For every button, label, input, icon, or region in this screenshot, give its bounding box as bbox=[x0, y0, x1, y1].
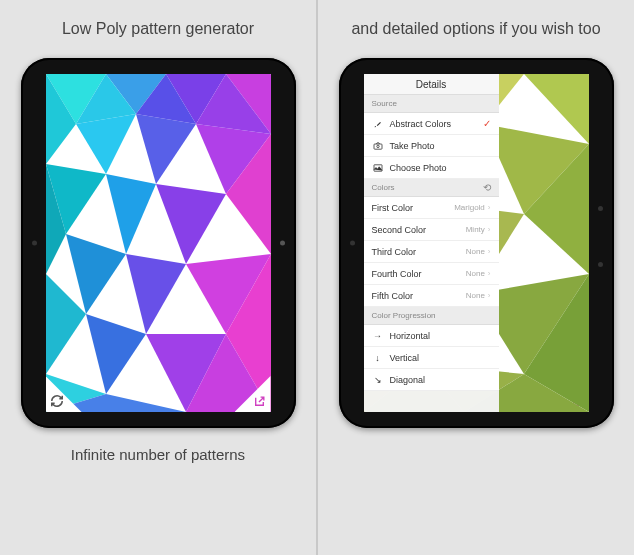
svg-rect-43 bbox=[374, 144, 382, 149]
chevron-right-icon: › bbox=[488, 225, 491, 234]
svg-marker-5 bbox=[76, 114, 136, 174]
details-panel: Details Source Abstract Colors ✓ Take Ph… bbox=[364, 74, 499, 412]
screen-left bbox=[46, 74, 271, 412]
left-panel: Low Poly pattern generator bbox=[0, 0, 318, 555]
progression-vertical[interactable]: ↓ Vertical bbox=[364, 347, 499, 369]
section-label: Source bbox=[372, 99, 397, 108]
svg-marker-17 bbox=[86, 314, 146, 394]
tablet-left bbox=[21, 58, 296, 428]
shuffle-icon[interactable]: ⟲ bbox=[483, 182, 491, 193]
chevron-right-icon: › bbox=[488, 269, 491, 278]
svg-marker-14 bbox=[126, 254, 186, 334]
right-title: and detailed options if you wish too bbox=[351, 20, 600, 38]
section-colors-header: Colors ⟲ bbox=[364, 179, 499, 197]
svg-point-44 bbox=[376, 145, 378, 147]
arrow-diagonal-icon: ↘ bbox=[372, 375, 384, 385]
low-poly-pattern bbox=[46, 74, 271, 412]
chevron-right-icon: › bbox=[488, 291, 491, 300]
photo-icon bbox=[372, 163, 384, 173]
source-choose-photo[interactable]: Choose Photo bbox=[364, 157, 499, 179]
arrow-down-icon: ↓ bbox=[372, 353, 384, 363]
color-fifth[interactable]: Fifth Color None › bbox=[364, 285, 499, 307]
left-footer: Infinite number of patterns bbox=[71, 446, 245, 463]
share-icon bbox=[253, 395, 266, 408]
arrow-right-icon: → bbox=[372, 331, 384, 341]
color-third[interactable]: Third Color None › bbox=[364, 241, 499, 263]
details-header: Details bbox=[364, 74, 499, 95]
progression-horizontal[interactable]: → Horizontal bbox=[364, 325, 499, 347]
chevron-right-icon: › bbox=[488, 203, 491, 212]
svg-marker-13 bbox=[66, 234, 126, 314]
svg-marker-9 bbox=[106, 174, 156, 254]
source-take-photo[interactable]: Take Photo bbox=[364, 135, 499, 157]
brush-icon bbox=[372, 119, 384, 129]
tablet-right: Details Source Abstract Colors ✓ Take Ph… bbox=[339, 58, 614, 428]
color-fourth[interactable]: Fourth Color None › bbox=[364, 263, 499, 285]
color-first[interactable]: First Color Marigold › bbox=[364, 197, 499, 219]
section-label: Color Progression bbox=[372, 311, 436, 320]
screen-right: Details Source Abstract Colors ✓ Take Ph… bbox=[364, 74, 589, 412]
progression-diagonal[interactable]: ↘ Diagonal bbox=[364, 369, 499, 391]
right-panel: and detailed options if you wish too bbox=[318, 0, 634, 555]
svg-marker-10 bbox=[156, 184, 226, 264]
right-footer bbox=[474, 446, 478, 463]
section-progression-header: Color Progression bbox=[364, 307, 499, 325]
left-title: Low Poly pattern generator bbox=[62, 20, 254, 38]
color-second[interactable]: Second Color Minty › bbox=[364, 219, 499, 241]
refresh-icon bbox=[50, 394, 64, 408]
source-abstract-colors[interactable]: Abstract Colors ✓ bbox=[364, 113, 499, 135]
camera-icon bbox=[372, 141, 384, 151]
chevron-right-icon: › bbox=[488, 247, 491, 256]
section-label: Colors bbox=[372, 183, 395, 192]
svg-marker-6 bbox=[136, 114, 196, 184]
section-source-header: Source bbox=[364, 95, 499, 113]
check-icon: ✓ bbox=[483, 118, 491, 129]
